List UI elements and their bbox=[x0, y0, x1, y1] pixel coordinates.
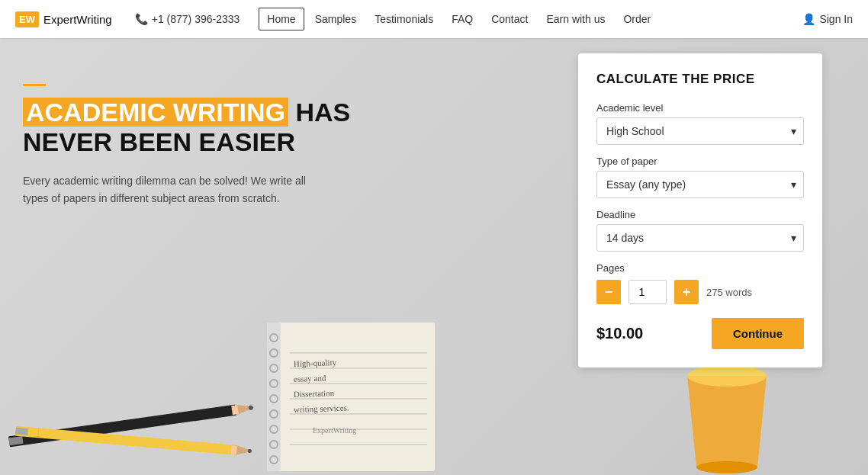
signin-icon: 👤 bbox=[802, 13, 815, 25]
phone-text: +1 (877) 396-2333 bbox=[152, 13, 240, 25]
academic-level-group: Academic level High School Undergraduate… bbox=[596, 102, 804, 145]
hero-subtitle: Every academic writing dilemma can be so… bbox=[23, 172, 328, 207]
nav-earn-with-us[interactable]: Earn with us bbox=[538, 8, 612, 30]
svg-text:essay and: essay and bbox=[294, 374, 326, 384]
paper-type-select[interactable]: Essay (any type) Research Paper Term Pap… bbox=[596, 171, 804, 198]
paper-type-select-wrapper: Essay (any type) Research Paper Term Pap… bbox=[596, 171, 804, 198]
svg-text:High-quality: High-quality bbox=[294, 358, 337, 368]
academic-level-select-wrapper: High School Undergraduate Graduate PhD bbox=[596, 117, 804, 145]
nav-contact[interactable]: Contact bbox=[484, 8, 535, 30]
phone-number: 📞 +1 (877) 396-2333 bbox=[135, 13, 240, 25]
calculator-card: CALCULATE THE PRICE Academic level High … bbox=[578, 53, 822, 367]
hero-title-highlight: ACADEMIC WRITING bbox=[23, 98, 288, 127]
academic-level-label: Academic level bbox=[596, 102, 804, 114]
notebook-decoration: High-quality essay and Dissertation writ… bbox=[252, 315, 450, 475]
logo[interactable]: EW ExpertWriting bbox=[15, 11, 112, 27]
pages-group: Pages − + 275 words bbox=[596, 262, 804, 304]
calc-title: CALCULATE THE PRICE bbox=[596, 72, 804, 87]
logo-bold: Expert bbox=[43, 13, 76, 26]
continue-button[interactable]: Continue bbox=[712, 318, 804, 349]
deadline-label: Deadline bbox=[596, 209, 804, 220]
svg-text:writing services.: writing services. bbox=[294, 403, 349, 414]
nav-home[interactable]: Home bbox=[259, 8, 304, 30]
deadline-select-wrapper: 14 days 10 days 7 days 3 days 2 days 24 … bbox=[596, 224, 804, 252]
hero-title: ACADEMIC WRITING HAS NEVER BEEN EASIER bbox=[23, 98, 350, 157]
pages-label: Pages bbox=[596, 262, 804, 274]
svg-text:ExpertWriting: ExpertWriting bbox=[313, 426, 356, 435]
paper-type-group: Type of paper Essay (any type) Research … bbox=[596, 156, 804, 198]
signin-button[interactable]: 👤 Sign In bbox=[802, 13, 853, 25]
nav-testimonials[interactable]: Testimonials bbox=[367, 8, 441, 30]
svg-rect-7 bbox=[15, 428, 28, 435]
calc-footer: $10.00 Continue bbox=[596, 318, 804, 349]
pages-input[interactable] bbox=[628, 280, 667, 304]
main-nav: Home Samples Testimonials FAQ Contact Ea… bbox=[259, 8, 802, 30]
nav-faq[interactable]: FAQ bbox=[444, 8, 481, 30]
svg-point-36 bbox=[696, 461, 757, 473]
nav-samples[interactable]: Samples bbox=[307, 8, 364, 30]
academic-level-select[interactable]: High School Undergraduate Graduate PhD bbox=[596, 117, 804, 145]
deadline-select[interactable]: 14 days 10 days 7 days 3 days 2 days 24 … bbox=[596, 224, 804, 252]
logo-badge: EW bbox=[15, 11, 39, 27]
paper-type-label: Type of paper bbox=[596, 156, 804, 167]
logo-regular: Writing bbox=[76, 13, 111, 26]
deadline-group: Deadline 14 days 10 days 7 days 3 days 2… bbox=[596, 209, 804, 252]
logo-text: ExpertWriting bbox=[43, 13, 112, 26]
svg-text:Dissertation: Dissertation bbox=[294, 388, 335, 399]
signin-label: Sign In bbox=[819, 13, 853, 25]
svg-rect-3 bbox=[231, 405, 239, 415]
svg-rect-8 bbox=[231, 445, 237, 454]
pencils-decoration bbox=[0, 376, 282, 467]
svg-point-37 bbox=[687, 365, 767, 387]
nav-order[interactable]: Order bbox=[616, 8, 658, 30]
increment-button[interactable]: + bbox=[674, 280, 699, 304]
pages-row: − + 275 words bbox=[596, 280, 804, 304]
glass-decoration bbox=[677, 353, 776, 475]
hero-accent-line bbox=[23, 84, 46, 86]
hero-title-rest-1: HAS bbox=[288, 98, 350, 127]
hero-section: High-quality essay and Dissertation writ… bbox=[0, 38, 868, 475]
hero-title-rest-2: NEVER BEEN EASIER bbox=[23, 127, 295, 156]
words-count: 275 words bbox=[706, 287, 752, 298]
header: EW ExpertWriting 📞 +1 (877) 396-2333 Hom… bbox=[0, 0, 868, 38]
price-display: $10.00 bbox=[596, 325, 643, 342]
phone-icon: 📞 bbox=[135, 13, 148, 25]
decrement-button[interactable]: − bbox=[596, 280, 621, 304]
hero-content: ACADEMIC WRITING HAS NEVER BEEN EASIER E… bbox=[23, 84, 350, 207]
